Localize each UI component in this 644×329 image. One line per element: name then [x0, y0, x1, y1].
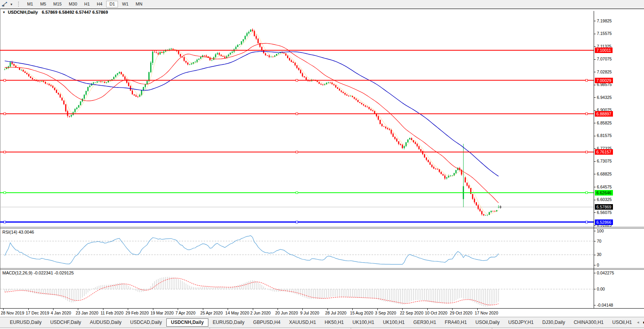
- date-tick: [302, 309, 303, 310]
- chart-tab-ger30-h1[interactable]: GER30,H1: [409, 318, 440, 327]
- timeframe-button-h4[interactable]: H4: [94, 1, 105, 7]
- date-tick: [278, 309, 278, 310]
- date-tick: [477, 309, 478, 310]
- panel-splitter[interactable]: [0, 227, 644, 227]
- date-axis-label: 28 Jul 2020: [325, 311, 346, 315]
- timeframe-button-m5[interactable]: M5: [37, 1, 49, 7]
- axis-tick: [594, 241, 596, 241]
- date-axis-label: 2 Jun 2020: [250, 311, 271, 315]
- rsi-axis-label: 30: [597, 252, 602, 257]
- chart-tab-gbpusd-h4[interactable]: GBPUSD,H4: [249, 318, 285, 327]
- chart-tab-uk100-h1[interactable]: UK100,H1: [348, 318, 379, 327]
- date-tick: [402, 309, 403, 310]
- chart-tab-xauusd-h1[interactable]: XAUUSD,H1: [285, 318, 320, 327]
- date-axis[interactable]: 28 Nov 201917 Dec 20194 Jan 202023 Jan 2…: [0, 308, 644, 317]
- current-price-chip: 6.57869: [595, 204, 613, 210]
- price-axis-label: 7.15575: [597, 31, 612, 36]
- panel-splitter[interactable]: [0, 228, 644, 228]
- chart-tab-china300-h1[interactable]: CHINA300,H1: [569, 318, 608, 327]
- chart-tab-usoil-daily[interactable]: USOil,Daily: [471, 318, 504, 327]
- axis-tick: [594, 255, 596, 255]
- chart-tab-usdjpy-h1[interactable]: USDJPY,H1: [504, 318, 538, 327]
- chart-tab-usoil-h1[interactable]: USOil,H1: [608, 318, 636, 327]
- timeframe-button-m30[interactable]: M30: [66, 1, 80, 7]
- timeframe-button-w1[interactable]: W1: [119, 1, 132, 7]
- macd-axis-label: -0.04148: [597, 303, 613, 308]
- chart-tab-uk100-h1[interactable]: UK100,H1: [379, 318, 409, 327]
- date-axis-label: 15 Aug 2020: [350, 311, 373, 315]
- timeframe-button-mn[interactable]: MN: [132, 1, 145, 7]
- axis-tick: [594, 174, 596, 174]
- rsi-indicator-label: RSI(14) 43.0046: [2, 230, 34, 234]
- price-level-chip: 6.88897: [595, 111, 613, 117]
- axis-tick: [594, 265, 596, 265]
- timeframe-button-m15[interactable]: M15: [50, 1, 64, 7]
- chart-tab-fra40-h1[interactable]: FRA40,H1: [440, 318, 471, 327]
- date-axis-label: 4 Jan 2020: [51, 311, 71, 315]
- date-tick: [153, 309, 153, 310]
- panel-splitter[interactable]: [0, 268, 644, 269]
- date-axis-label: 22 Sep 2020: [400, 311, 423, 315]
- date-axis-label: 10 Oct 2020: [425, 311, 447, 315]
- macd-indicator-label: MACD(12,26,9) -0.022341 -0.029125: [2, 271, 74, 275]
- rsi-axis-label: 70: [597, 239, 602, 244]
- timeframe-button-d1[interactable]: D1: [106, 1, 118, 7]
- price-axis-label: 6.56075: [597, 210, 612, 215]
- axis-tick: [594, 161, 596, 162]
- date-tick: [203, 309, 203, 310]
- date-tick: [352, 309, 353, 310]
- axis-tick: [594, 46, 596, 47]
- rsi-axis-label: 0: [597, 263, 599, 268]
- axis-tick: [594, 225, 596, 226]
- date-axis-label: 7 Apr 2020: [175, 311, 195, 315]
- date-axis-label: 9 Jul 2020: [300, 311, 319, 315]
- toolbar-grip[interactable]: [18, 2, 20, 7]
- timeframe-button-m1[interactable]: M1: [24, 1, 36, 7]
- chart-tab-hk50-h1[interactable]: HK50,H1: [320, 318, 348, 327]
- date-tick: [78, 309, 78, 310]
- status-bar: [0, 327, 644, 329]
- rsi-axis-label: 100: [597, 228, 604, 234]
- timeframe-button-h1[interactable]: H1: [81, 1, 93, 7]
- chevron-down-icon[interactable]: ▼: [10, 3, 13, 6]
- date-axis-label: 23 Jan 2020: [75, 311, 98, 315]
- price-axis[interactable]: 7.198257.155757.113257.070757.028256.985…: [594, 11, 644, 308]
- axis-tick: [594, 110, 596, 111]
- price-axis-label: 6.68825: [597, 172, 612, 177]
- timeframe-toolbar: M1M5M15M30H1H4D1W1MN: [24, 1, 146, 7]
- chart-tab-audusd-daily[interactable]: AUDUSD,Daily: [85, 318, 126, 327]
- axis-tick: [594, 85, 596, 85]
- chart-tab-eurusd-daily[interactable]: EURUSD,Daily: [208, 318, 249, 327]
- line-studies-icon[interactable]: ▼: [0, 1, 15, 7]
- date-tick: [377, 309, 378, 310]
- chart-tab-usdcnh-daily[interactable]: USDCNH,Daily: [166, 318, 208, 327]
- date-axis-label: 20 Jun 2020: [275, 311, 298, 315]
- tab-scroll-left-icon[interactable]: ◄: [636, 320, 640, 324]
- axis-tick: [594, 273, 596, 273]
- axis-tick: [594, 212, 596, 213]
- price-axis-label: 6.73075: [597, 159, 612, 164]
- date-axis-label: 29 Oct 2020: [450, 311, 472, 315]
- chart-tab-dj30-daily[interactable]: DJ30,Daily: [538, 318, 569, 327]
- mt4-terminal: ▼ M1M5M15M30H1H4D1W1MN ▼ USDCNH,Daily 6.…: [0, 0, 644, 329]
- chart-tab-eurusd-daily[interactable]: EURUSD,Daily: [6, 318, 46, 327]
- panel-splitter[interactable]: [0, 269, 644, 270]
- tab-scroll-right-icon[interactable]: ►: [642, 320, 644, 324]
- macd-axis-label: 0.00: [597, 287, 605, 292]
- tab-scroll-arrows: ◄►: [636, 320, 644, 324]
- date-axis-label: 17 Dec 2019: [26, 311, 50, 315]
- date-axis-label: 29 Feb 2020: [125, 311, 149, 315]
- chart-plot-area[interactable]: [0, 11, 594, 308]
- date-tick: [253, 309, 253, 310]
- line-studies-glyph: [2, 2, 8, 7]
- chart-tab-usdcad-daily[interactable]: USDCAD,Daily: [126, 318, 166, 327]
- price-axis-label: 7.02825: [597, 69, 612, 75]
- price-level-chip: 7.00029: [595, 78, 613, 83]
- price-level-chip: 7.10011: [595, 48, 613, 53]
- chart-tab-usdchf-daily[interactable]: USDCHF,Daily: [46, 318, 86, 327]
- price-axis-label: 6.85825: [597, 121, 612, 126]
- axis-tick: [594, 136, 596, 136]
- date-axis-label: 19 Mar 2020: [151, 311, 174, 315]
- macd-axis-label: 0.042275: [597, 271, 614, 276]
- axis-tick: [594, 305, 596, 305]
